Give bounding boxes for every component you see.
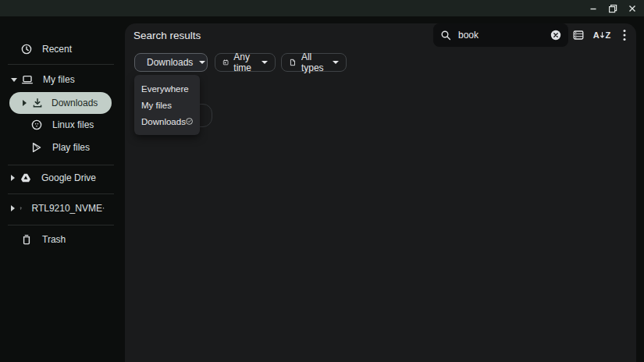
menu-item-label: Everywhere (141, 84, 189, 94)
chevron-right-icon[interactable] (23, 100, 27, 106)
eject-icon[interactable] (102, 203, 105, 214)
sidebar-item-label: My files (43, 74, 75, 85)
sidebar-item-label: Recent (42, 44, 72, 55)
sidebar-item-label: Google Drive (41, 172, 96, 183)
search-input[interactable] (458, 30, 543, 41)
filter-chip-time[interactable]: Any time (215, 53, 276, 72)
minimize-icon (589, 4, 598, 13)
kebab-menu-icon (623, 29, 626, 41)
menu-item-label: My files (141, 101, 172, 110)
calendar-icon (222, 57, 229, 68)
sidebar-item-downloads-selected[interactable]: Downloads (9, 92, 112, 114)
sidebar-divider (8, 225, 114, 225)
search-icon (440, 30, 451, 41)
penguin-icon (30, 119, 43, 131)
sidebar-divider (8, 64, 114, 65)
chevron-right-icon[interactable] (11, 175, 15, 181)
menu-item-label: Downloads (141, 117, 186, 126)
sidebar-item-label: Linux files (52, 119, 94, 130)
filter-chip-type[interactable]: All types (281, 53, 347, 72)
check-circle-icon (186, 116, 193, 126)
close-button[interactable] (626, 2, 639, 15)
sidebar-item-label: Trash (42, 234, 66, 245)
restore-icon (608, 4, 617, 13)
chevron-down-icon (199, 61, 205, 64)
clock-icon (20, 43, 33, 55)
download-icon (31, 97, 44, 109)
page-title: Search results (133, 30, 201, 41)
more-options-button[interactable] (617, 27, 632, 43)
play-icon (30, 141, 43, 154)
main-panel: Search results AZ Downloads (125, 23, 636, 362)
sidebar: Recent My files Downloads Linux files (0, 16, 125, 362)
filter-chip-label: Any time (233, 51, 255, 73)
sidebar-item-usb-drive[interactable]: RTL9210_NVME (0, 198, 125, 218)
chevron-down-icon (262, 61, 268, 64)
menu-item-downloads[interactable]: Downloads (134, 113, 200, 130)
sort-az-icon: AZ (593, 30, 611, 40)
sidebar-item-play-files[interactable]: Play files (0, 137, 125, 158)
trash-icon (20, 233, 33, 246)
filter-chip-label: Downloads (147, 57, 193, 68)
search-box[interactable] (433, 23, 568, 47)
filter-chip-label: All types (301, 51, 326, 73)
sidebar-item-label: Play files (52, 142, 90, 153)
list-view-icon (572, 29, 585, 41)
sidebar-item-my-files[interactable]: My files (0, 69, 125, 90)
sort-button[interactable]: AZ (594, 27, 610, 43)
laptop-icon (21, 73, 34, 86)
google-drive-icon (20, 172, 32, 184)
close-icon (628, 4, 637, 13)
restore-button[interactable] (607, 2, 619, 15)
view-toggle-button[interactable] (571, 27, 586, 43)
file-icon (289, 57, 297, 68)
clear-search-icon[interactable] (550, 30, 561, 41)
sidebar-item-trash[interactable]: Trash (0, 229, 125, 250)
chevron-down-icon[interactable] (11, 78, 17, 82)
chevron-down-icon (333, 61, 339, 64)
sidebar-item-linux-files[interactable]: Linux files (0, 115, 125, 135)
sidebar-item-label: Downloads (52, 98, 98, 108)
usb-icon (20, 202, 22, 215)
sidebar-divider (8, 165, 114, 165)
location-filter-menu: Everywhere My files Downloads (134, 75, 200, 135)
sidebar-divider (8, 193, 114, 194)
minimize-button[interactable] (587, 2, 600, 15)
filter-chip-location[interactable]: Downloads (134, 53, 208, 72)
menu-item-everywhere[interactable]: Everywhere (134, 80, 200, 97)
sidebar-item-label: RTL9210_NVME (31, 203, 102, 214)
sidebar-item-google-drive[interactable]: Google Drive (0, 168, 125, 188)
menu-item-my-files[interactable]: My files (134, 97, 200, 113)
chevron-right-icon[interactable] (11, 205, 15, 211)
window-titlebar (0, 0, 644, 16)
sidebar-item-recent[interactable]: Recent (0, 39, 125, 59)
